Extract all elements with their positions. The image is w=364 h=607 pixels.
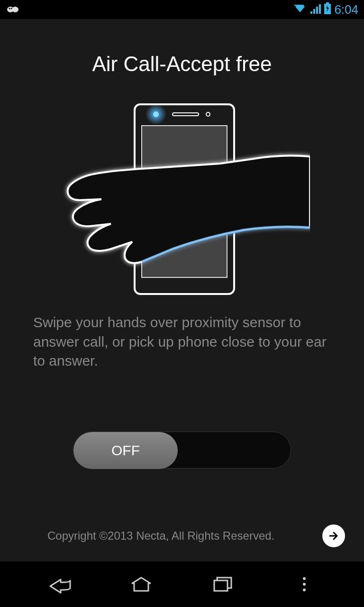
home-button[interactable] — [127, 570, 155, 598]
svg-rect-5 — [310, 11, 312, 14]
toggle-label: OFF — [111, 442, 140, 459]
footer: Copyright ©2013 Necta, All Rights Reserv… — [0, 524, 364, 547]
app-content: Air Call-Accept free — [0, 19, 364, 561]
gesture-illustration — [54, 100, 310, 299]
svg-rect-17 — [214, 580, 228, 591]
menu-dots-icon — [301, 576, 307, 593]
feature-toggle[interactable]: OFF — [73, 432, 291, 469]
svg-point-1 — [12, 7, 18, 12]
wifi-icon — [293, 3, 307, 16]
svg-point-20 — [303, 589, 306, 591]
svg-point-14 — [206, 112, 210, 116]
svg-point-19 — [303, 583, 306, 586]
svg-point-16 — [153, 111, 159, 117]
description-text: Swipe your hands over proximity sensor t… — [0, 299, 364, 371]
menu-button[interactable] — [290, 570, 318, 598]
status-bar-left — [6, 4, 21, 15]
svg-rect-4 — [294, 5, 304, 6]
recent-apps-button[interactable] — [209, 570, 237, 598]
arrow-right-icon — [327, 529, 340, 543]
signal-icon — [309, 3, 321, 16]
svg-point-3 — [11, 8, 12, 9]
svg-point-18 — [303, 577, 306, 580]
copyright-text: Copyright ©2013 Necta, All Rights Reserv… — [47, 529, 274, 543]
next-button[interactable] — [322, 524, 345, 547]
home-icon — [129, 575, 153, 594]
status-bar-right: 6:04 — [293, 2, 358, 17]
recent-apps-icon — [211, 575, 234, 594]
toggle-track: OFF — [73, 432, 291, 469]
svg-point-2 — [9, 8, 10, 9]
svg-rect-6 — [313, 9, 315, 14]
back-button[interactable] — [46, 570, 74, 598]
nav-bar — [0, 561, 364, 607]
toggle-thumb: OFF — [73, 432, 178, 469]
app-title: Air Call-Accept free — [0, 52, 364, 76]
svg-rect-9 — [326, 2, 329, 4]
status-bar: 6:04 — [0, 0, 364, 19]
status-time: 6:04 — [334, 2, 358, 17]
battery-charging-icon — [324, 2, 331, 17]
svg-rect-13 — [173, 113, 199, 116]
svg-rect-7 — [316, 7, 318, 14]
back-icon — [46, 575, 73, 594]
android-debug-icon — [6, 4, 21, 15]
svg-rect-8 — [319, 4, 321, 14]
